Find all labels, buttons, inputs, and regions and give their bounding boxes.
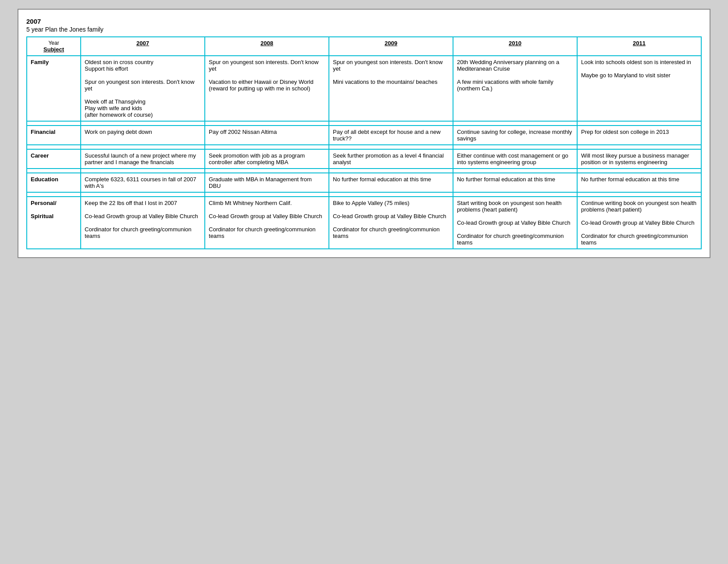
- row-financial: FinancialWork on paying debt downPay off…: [27, 126, 701, 145]
- plan-table: Year Subject 2007 2008 2009 2010 2011: [26, 36, 702, 249]
- year-2007-label: 2007: [85, 40, 201, 47]
- cell-r4-c2: Bike to Apple Valley (75 miles) Co-lead …: [329, 197, 453, 249]
- cell-r2-c2: Seek further promotion as a level 4 fina…: [329, 149, 453, 169]
- year-label: Year: [31, 40, 77, 46]
- year-2009-header: 2009: [329, 37, 453, 56]
- cell-r3-c4: No further formal education at this time: [577, 173, 701, 192]
- subject-cell-1: Financial: [27, 126, 81, 145]
- row-education: EducationComplete 6323, 6311 courses in …: [27, 173, 701, 192]
- cell-r2-c0: Sucessful launch of a new project where …: [81, 149, 205, 169]
- year-2010-header: 2010: [453, 37, 577, 56]
- cell-r1-c2: Pay of all debt except for house and a n…: [329, 126, 453, 145]
- spacer-row-0: [27, 121, 701, 126]
- cell-r2-c3: Either continue with cost management or …: [453, 149, 577, 169]
- cell-r1-c3: Continue saving for college, increase mo…: [453, 126, 577, 145]
- cell-r2-c1: Seek promotion with job as a program con…: [205, 149, 329, 169]
- cell-r2-c4: Will most likey pursue a business manage…: [577, 149, 701, 169]
- cell-r0-c4: Look into schools oldest son is interest…: [577, 56, 701, 121]
- page-title: 2007: [26, 18, 702, 25]
- cell-r0-c2: Spur on youngest son interests. Don't kn…: [329, 56, 453, 121]
- year-2011-label: 2011: [581, 40, 697, 47]
- subject-cell-3: Education: [27, 173, 81, 192]
- year-2010-label: 2010: [457, 40, 573, 47]
- spacer-row-2: [27, 169, 701, 173]
- subject-cell-2: Career: [27, 149, 81, 169]
- year-2007-header: 2007: [81, 37, 205, 56]
- subject-cell-0: Family: [27, 56, 81, 121]
- cell-r3-c3: No further formal education at this time: [453, 173, 577, 192]
- cell-r1-c0: Work on paying debt down: [81, 126, 205, 145]
- cell-r4-c1: Climb Mt Whitney Northern Calif. Co-lead…: [205, 197, 329, 249]
- subject-label: Subject: [31, 46, 77, 53]
- cell-r0-c0: Oldest son in cross country Support his …: [81, 56, 205, 121]
- year-2011-header: 2011: [577, 37, 701, 56]
- cell-r3-c2: No further formal education at this time: [329, 173, 453, 192]
- subject-cell-4: Personal/ Spiritual: [27, 197, 81, 249]
- row-family: FamilyOldest son in cross country Suppor…: [27, 56, 701, 121]
- year-2008-label: 2008: [209, 40, 325, 47]
- cell-r3-c0: Complete 6323, 6311 courses in fall of 2…: [81, 173, 205, 192]
- page: 2007 5 year Plan the Jones family Year S…: [18, 9, 710, 258]
- cell-r4-c3: Start writing book on youngest son healt…: [453, 197, 577, 249]
- cell-r1-c4: Prep for oldest son college in 2013: [577, 126, 701, 145]
- cell-r3-c1: Graduate with MBA in Management from DBU: [205, 173, 329, 192]
- spacer-row-3: [27, 192, 701, 197]
- year-2009-label: 2009: [333, 40, 449, 47]
- subject-header: Year Subject: [27, 37, 81, 56]
- spacer-row-1: [27, 145, 701, 149]
- cell-r4-c0: Keep the 22 lbs off that I lost in 2007 …: [81, 197, 205, 249]
- cell-r0-c3: 20th Wedding Anniversary planning on a M…: [453, 56, 577, 121]
- cell-r4-c4: Continue writing book on youngest son he…: [577, 197, 701, 249]
- cell-r1-c1: Pay off 2002 Nissan Altima: [205, 126, 329, 145]
- row-personal--spiritual: Personal/ SpiritualKeep the 22 lbs off t…: [27, 197, 701, 249]
- cell-r0-c1: Spur on youngest son interests. Don't kn…: [205, 56, 329, 121]
- page-subtitle: 5 year Plan the Jones family: [26, 26, 702, 33]
- year-2008-header: 2008: [205, 37, 329, 56]
- header-row: Year Subject 2007 2008 2009 2010 2011: [27, 37, 701, 56]
- row-career: CareerSucessful launch of a new project …: [27, 149, 701, 169]
